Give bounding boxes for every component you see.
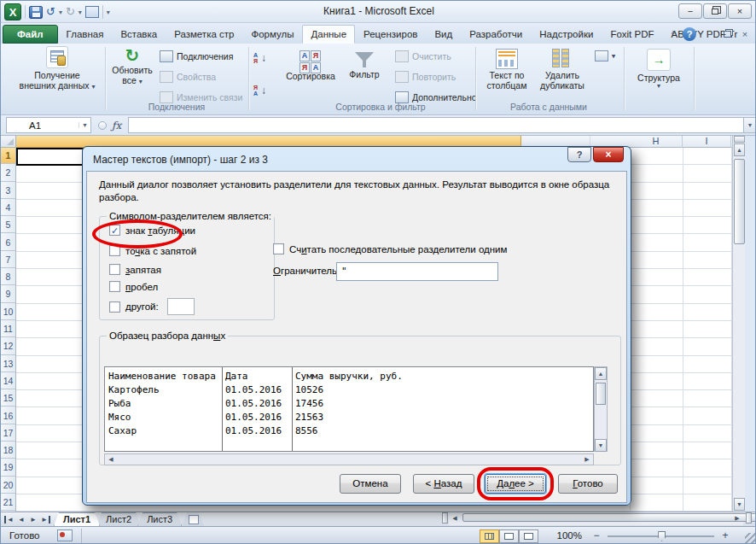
scroll-down-icon[interactable]: ▼ (734, 498, 745, 511)
workbook-minimize-button[interactable]: − (703, 29, 717, 39)
text-qualifier-combobox[interactable]: " ▼ (336, 262, 498, 281)
preview-vscroll-thumb[interactable] (596, 383, 606, 405)
row-header-3[interactable]: 3 (1, 183, 15, 199)
last-sheet-icon[interactable]: ► (40, 516, 50, 524)
ribbon-tab-10[interactable]: Foxit PDF (602, 25, 662, 44)
row-header-14[interactable]: 14 (1, 373, 15, 389)
delimiter-checkbox-4[interactable]: другой: (109, 298, 195, 315)
checkbox-icon[interactable] (109, 301, 120, 313)
collapse-ribbon-icon[interactable]: ^ (672, 29, 676, 39)
sort-button[interactable]: АЯ ЯА Сортировка (282, 50, 339, 81)
tab-split-handle[interactable] (442, 512, 448, 524)
ribbon-tab-7[interactable]: Вид (426, 25, 461, 44)
finish-button[interactable]: Готово (558, 474, 618, 494)
sheet-tab-3[interactable]: Лист3 (137, 512, 182, 526)
checkbox-icon[interactable] (109, 264, 120, 275)
ribbon-tab-4[interactable]: Формулы (242, 25, 302, 44)
resize-grip[interactable] (745, 533, 755, 543)
sheet-tab-2[interactable]: Лист2 (96, 512, 141, 526)
filter-button[interactable]: Фильтр (342, 52, 387, 79)
vertical-scrollbar[interactable]: ▲ ▼ (732, 136, 745, 512)
dialog-title-bar[interactable]: Мастер текстов (импорт) - шаг 2 из 3 ? × (86, 150, 627, 171)
row-header-18[interactable]: 18 (1, 442, 15, 459)
preview-horizontal-scrollbar[interactable]: ◀ ▶ (104, 453, 594, 465)
sheet-tab-1[interactable]: Лист1 (54, 512, 100, 526)
connections-button[interactable]: Подключения (160, 50, 233, 62)
what-if-analysis-button[interactable]: ▾ (595, 50, 615, 61)
zoom-thumb[interactable] (658, 531, 666, 541)
vscroll-thumb[interactable] (734, 159, 745, 244)
ribbon-tab-1[interactable]: Главная (58, 25, 113, 44)
outline-button[interactable]: → Структура ▾ (631, 49, 687, 89)
selected-cell-a1[interactable] (16, 148, 84, 166)
fx-icon[interactable]: ƒx (112, 120, 121, 132)
scroll-right-icon[interactable]: ▶ (581, 454, 593, 465)
row-header-1[interactable]: 1 (1, 148, 15, 164)
checkbox-icon[interactable] (109, 281, 120, 292)
row-header-10[interactable]: 10 (1, 304, 15, 320)
next-sheet-icon[interactable]: ► (28, 516, 38, 524)
scroll-right-icon[interactable]: ▶ (731, 513, 743, 524)
text-to-columns-button[interactable]: Текст по столбцам (480, 49, 533, 91)
column-header-i[interactable]: I (683, 136, 731, 148)
treat-consecutive-checkbox[interactable]: Считать последовательные разделители одн… (273, 243, 507, 254)
name-box[interactable]: A1 ▼ (6, 117, 91, 133)
formula-input[interactable] (128, 117, 743, 133)
column-header-h[interactable]: H (630, 136, 683, 148)
sort-ascending-button[interactable]: АЯ ↓ (253, 52, 266, 64)
row-header-8[interactable]: 8 (1, 269, 15, 285)
row-header-12[interactable]: 12 (1, 338, 15, 354)
ribbon-tab-3[interactable]: Разметка стр (166, 25, 242, 44)
ribbon-tab-6[interactable]: Рецензиров (355, 25, 426, 44)
row-header-6[interactable]: 6 (1, 235, 15, 251)
delimiter-checkbox-3[interactable]: пробел (109, 281, 158, 292)
zoom-out-icon[interactable]: − (590, 530, 602, 541)
insert-sheet-tab[interactable] (182, 512, 204, 526)
workbook-close-button[interactable]: × (738, 29, 752, 39)
row-header-13[interactable]: 13 (1, 356, 15, 372)
row-headers[interactable]: 123456789101112131415161718192021 (1, 148, 16, 512)
horizontal-scrollbar[interactable]: ◀ ▶ (449, 512, 743, 525)
macro-record-icon[interactable] (57, 529, 73, 541)
scroll-down-icon[interactable]: ▼ (595, 439, 607, 452)
preview-vertical-scrollbar[interactable]: ▲ ▼ (594, 366, 608, 452)
scroll-left-icon[interactable]: ◀ (449, 513, 461, 524)
row-header-5[interactable]: 5 (1, 217, 15, 233)
back-button[interactable]: < Назад (413, 474, 474, 494)
page-break-view-button[interactable] (519, 529, 538, 543)
sort-descending-button[interactable]: ЯА ↓ (253, 85, 266, 97)
row-header-15[interactable]: 15 (1, 390, 15, 407)
ribbon-tab-5[interactable]: Данные (302, 25, 355, 44)
restore-button[interactable] (703, 3, 727, 19)
hscroll-split-handle[interactable] (746, 512, 752, 524)
refresh-all-button[interactable]: ↻ Обновить все ▾ (108, 46, 156, 85)
name-box-dropdown-icon[interactable]: ▼ (79, 122, 90, 128)
cancel-button[interactable]: Отмена (340, 474, 401, 494)
ribbon-tab-9[interactable]: Надстройки (531, 25, 602, 44)
row-header-9[interactable]: 9 (1, 286, 15, 302)
formula-bar-expand-icon[interactable]: ▼ (743, 117, 756, 133)
row-header-2[interactable]: 2 (1, 165, 15, 181)
scroll-left-icon[interactable]: ◀ (105, 454, 117, 465)
get-external-data-button[interactable]: Получение внешних данных ▾ (13, 46, 102, 91)
first-sheet-icon[interactable]: ◄ (4, 516, 15, 524)
row-header-16[interactable]: 16 (1, 408, 15, 424)
dialog-help-button[interactable]: ? (567, 147, 591, 162)
hscroll-thumb[interactable] (462, 513, 756, 522)
vscroll-split-handle[interactable] (734, 136, 745, 143)
zoom-slider[interactable]: − + (590, 530, 731, 542)
row-header-20[interactable]: 20 (1, 477, 15, 494)
ribbon-tab-2[interactable]: Вставка (112, 25, 166, 44)
delimiter-checkbox-2[interactable]: запятая (109, 264, 161, 275)
select-all-corner[interactable] (1, 136, 16, 148)
row-header-7[interactable]: 7 (1, 252, 15, 268)
prev-sheet-icon[interactable]: ◄ (16, 516, 26, 524)
page-layout-view-button[interactable] (499, 529, 519, 543)
other-delimiter-input[interactable] (167, 298, 195, 315)
data-preview[interactable]: Наименование товараДатаСумма выручки, ру… (104, 366, 594, 452)
row-header-4[interactable]: 4 (1, 200, 15, 216)
checkbox-icon[interactable] (273, 243, 284, 254)
close-button[interactable]: × (728, 3, 752, 19)
ribbon-tab-0[interactable]: Файл (3, 25, 58, 44)
normal-view-button[interactable] (480, 529, 499, 543)
